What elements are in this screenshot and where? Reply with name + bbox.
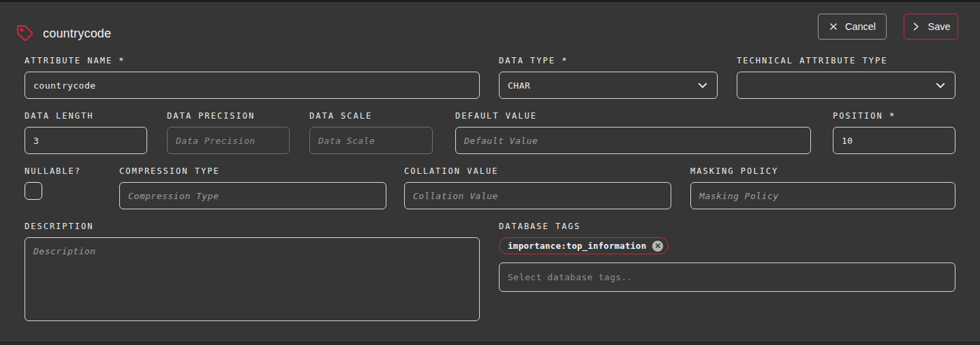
default-value-label: DEFAULT VALUE [455, 111, 811, 121]
chevron-right-icon [911, 22, 921, 31]
compression-type-field: COMPRESSION TYPE [119, 166, 386, 209]
save-button[interactable]: Save [904, 14, 958, 40]
collation-value-field: COLLATION VALUE [404, 166, 671, 209]
technical-attribute-type-label: TECHNICAL ATTRIBUTE TYPE [737, 56, 955, 65]
collation-value-label: COLLATION VALUE [404, 166, 671, 176]
nullable-label: NULLABLE? [25, 166, 106, 176]
data-type-select[interactable]: CHAR [499, 72, 718, 99]
masking-policy-label: MASKING POLICY [690, 166, 955, 176]
database-tag-chip-label: importance:top_information [508, 241, 646, 251]
compression-type-input[interactable] [119, 182, 386, 209]
attribute-name-field: ATTRIBUTE NAME * [25, 56, 480, 99]
save-button-label: Save [928, 21, 950, 32]
database-tags-label: DATABASE TAGS [499, 222, 955, 231]
nullable-checkbox[interactable] [25, 182, 42, 200]
cancel-button[interactable]: Cancel [818, 14, 887, 40]
data-length-label: DATA LENGTH [25, 111, 147, 121]
default-value-field: DEFAULT VALUE [455, 111, 811, 154]
data-precision-input [167, 127, 290, 154]
header-buttons: Cancel Save [818, 14, 958, 40]
page-title: countrycode [43, 27, 111, 41]
data-type-label: DATA TYPE * [499, 56, 718, 65]
header: countrycode [16, 23, 111, 44]
masking-policy-field: MASKING POLICY [690, 166, 955, 209]
data-type-selected-value: CHAR [508, 80, 530, 91]
data-precision-field: DATA PRECISION [167, 111, 290, 154]
cancel-button-label: Cancel [845, 21, 876, 32]
remove-tag-icon[interactable] [652, 241, 663, 252]
database-tags-field: DATABASE TAGS importance:top_information [499, 222, 955, 292]
bottom-border-strip [0, 340, 980, 345]
nullable-field: NULLABLE? [25, 166, 106, 200]
close-icon [829, 22, 838, 31]
database-tag-chip: importance:top_information [499, 237, 669, 254]
data-length-field: DATA LENGTH [25, 111, 147, 154]
data-scale-field: DATA SCALE [309, 111, 433, 154]
tag-icon [16, 25, 34, 42]
chevron-down-icon [934, 79, 947, 91]
data-scale-label: DATA SCALE [309, 111, 433, 121]
attribute-name-input[interactable] [25, 72, 480, 99]
default-value-input[interactable] [455, 127, 811, 154]
compression-type-label: COMPRESSION TYPE [119, 166, 386, 176]
data-length-input[interactable] [25, 127, 147, 154]
data-precision-label: DATA PRECISION [167, 111, 290, 121]
data-scale-input [309, 127, 433, 154]
technical-attribute-type-field: TECHNICAL ATTRIBUTE TYPE [737, 56, 955, 99]
description-textarea[interactable] [25, 237, 480, 321]
description-label: DESCRIPTION [25, 222, 480, 231]
collation-value-input[interactable] [404, 182, 671, 209]
position-label: POSITION * [833, 111, 955, 121]
masking-policy-input[interactable] [690, 182, 955, 209]
chevron-down-icon [696, 79, 709, 91]
top-border-strip [0, 0, 980, 2]
description-field: DESCRIPTION [25, 222, 480, 324]
data-type-field: DATA TYPE * CHAR [499, 56, 718, 99]
position-input[interactable] [833, 127, 955, 154]
database-tags-input[interactable] [499, 262, 955, 292]
attribute-name-label: ATTRIBUTE NAME * [25, 56, 480, 65]
position-field: POSITION * [833, 111, 955, 154]
technical-attribute-type-select[interactable] [737, 72, 955, 99]
